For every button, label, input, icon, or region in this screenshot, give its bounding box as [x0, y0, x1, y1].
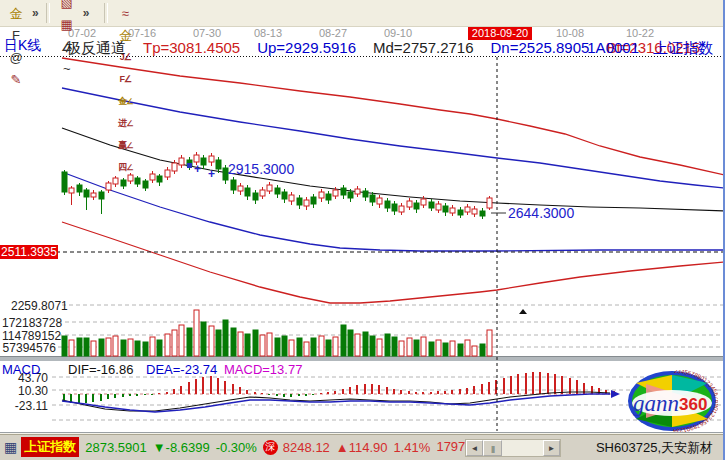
- win-angle-tool-icon: 赢∠: [118, 141, 133, 150]
- stock-chart-window: ✎╫金金F@✎ » □▨▧▦∠~ » ▤7%%%≡金金≡✎≈金J∠F∠金∠进∠赢…: [0, 0, 725, 460]
- sz-index-change-pct: 1.41%: [394, 440, 431, 455]
- jin-angle-tool-button[interactable]: 进∠: [113, 112, 137, 134]
- date-tick: 08-27: [319, 27, 347, 39]
- si-angle-tool-button[interactable]: 四∠: [113, 156, 137, 178]
- scroll-thumb[interactable]: |||: [483, 440, 502, 456]
- f-grid-tool-button[interactable]: F: [4, 24, 28, 46]
- draw-pen2-tool-button[interactable]: ✎: [4, 68, 28, 90]
- f-angle-tool-icon: F∠: [120, 75, 132, 84]
- spiral-tool-icon: @: [9, 51, 22, 64]
- symbol-name: 上证指数: [653, 39, 713, 56]
- fan-box-tool-button[interactable]: ▧: [55, 0, 79, 13]
- dea-value: DEA=-23.74: [146, 362, 217, 377]
- scroll-right-arrow[interactable]: ►: [543, 440, 560, 456]
- channel-value: Md=2757.2716: [373, 39, 474, 55]
- toolbar-group-2: □▨▧▦∠~: [54, 0, 80, 79]
- zigzag-tool-button[interactable]: ~: [55, 57, 79, 79]
- f-grid-tool-icon: F: [12, 29, 20, 42]
- symbol-code: 1A0001: [587, 39, 639, 56]
- logo-gann-text: gann: [633, 391, 679, 416]
- symbol-header: 1A0001上证指数: [573, 39, 713, 58]
- horizontal-scrollbar[interactable]: ◄ ||| ►: [465, 439, 561, 457]
- wave-tool-icon: ≈: [122, 7, 129, 20]
- toolbar-more-2[interactable]: »: [83, 6, 90, 20]
- status-bar: ▦ 上证指数 2873.5901 ▼-8.6399 -0.30% 深 8248.…: [0, 433, 723, 460]
- grid-box-tool-button[interactable]: ▦: [55, 13, 79, 35]
- angle-line-tool-icon: ∠: [61, 40, 73, 53]
- date-tick: 07-30: [193, 27, 221, 39]
- macd-indicator-label[interactable]: MACD: [2, 362, 40, 377]
- volume-scale-1: 172183728: [2, 316, 56, 330]
- j-angle-tool-button[interactable]: J∠: [113, 46, 137, 68]
- fan-box-tool-icon: ▧: [61, 0, 73, 9]
- gold-angle-tool-button[interactable]: 金∠: [113, 90, 137, 112]
- chart-canvas[interactable]: [0, 0, 725, 460]
- win-angle-tool-button[interactable]: 赢∠: [113, 134, 137, 156]
- date-tick: 09-10: [384, 27, 412, 39]
- channel-value: Tp=3081.4505: [143, 39, 240, 55]
- sh-index-price: 2873.5901: [85, 440, 146, 455]
- channel-value: Up=2929.5916: [257, 39, 356, 55]
- grid-box-tool-icon: ▦: [61, 18, 73, 31]
- toolbar-separator-2: [104, 3, 108, 23]
- price-scale-low: 2259.8071: [11, 299, 68, 313]
- gold-grid2-tool-button[interactable]: 金: [4, 2, 28, 24]
- index-name-badge[interactable]: 上证指数: [21, 437, 79, 457]
- marker-plus-2: +: [208, 167, 215, 181]
- spiral-tool-button[interactable]: @: [4, 46, 28, 68]
- j-angle-tool-icon: J∠: [120, 53, 131, 62]
- toolbar-group-1: ✎╫金金F@✎: [3, 0, 29, 90]
- marker-square: [187, 163, 192, 168]
- date-tick: 08-13: [254, 27, 282, 39]
- high-annotation: 2915.3000: [228, 161, 294, 177]
- gold2-tool-button[interactable]: 金: [113, 24, 137, 46]
- crosshair-price-badge: 2511.3935: [0, 245, 58, 259]
- sh-index-change-pct: -0.30%: [216, 440, 257, 455]
- f-angle-tool-button[interactable]: F∠: [113, 68, 137, 90]
- gann360-logo: 234567890123456789012345678901234 gann 3…: [626, 370, 718, 432]
- quote-grid-icon[interactable]: ▦: [4, 439, 17, 455]
- volume-scale-3: 57394576: [2, 341, 56, 355]
- zigzag-tool-icon: ~: [63, 62, 71, 75]
- sz-index-change: ▲114.90: [336, 440, 388, 455]
- wave-tool-button[interactable]: ≈: [113, 2, 137, 24]
- marker-plus-1: +: [194, 162, 201, 176]
- gold2-tool-icon: 金: [119, 29, 132, 42]
- drawing-toolbar: ✎╫金金F@✎ » □▨▧▦∠~ » ▤7%%%≡金金≡✎≈金J∠F∠金∠进∠赢…: [0, 0, 723, 27]
- sz-index-price: 8248.12: [283, 440, 330, 455]
- scroll-left-arrow[interactable]: ◄: [466, 440, 483, 456]
- draw-pen2-tool-icon: ✎: [11, 73, 22, 86]
- dif-value: DIF=-16.86: [68, 362, 133, 377]
- shenzhen-market-icon[interactable]: 深: [263, 440, 278, 455]
- current-symbol-label: SH603725,天安新材: [596, 439, 713, 457]
- toolbar-separator: [46, 3, 50, 23]
- logo-360-text: 360: [679, 395, 707, 414]
- macd-scale-2: 10.30: [0, 384, 48, 398]
- date-tick: 10-22: [626, 27, 654, 39]
- si-angle-tool-icon: 四∠: [118, 163, 133, 172]
- low-annotation: 2644.3000: [508, 205, 574, 221]
- macd-value: MACD=13.77: [224, 362, 302, 377]
- toolbar-more-1[interactable]: »: [32, 6, 39, 20]
- toolbar-group-3: ▤7%%%≡金金≡✎≈金J∠F∠金∠进∠赢∠四∠: [112, 0, 138, 178]
- date-tick: 10-08: [556, 27, 584, 39]
- jin-angle-tool-icon: 进∠: [118, 119, 133, 128]
- angle-line-tool-button[interactable]: ∠: [55, 35, 79, 57]
- sh-index-change: ▼-8.6399: [153, 440, 210, 455]
- macd-scale-3: -23.11: [0, 399, 48, 413]
- macd-label-row: MACD DIF=-16.86 DEA=-23.74 MACD=13.77: [0, 362, 723, 377]
- gold-grid2-tool-icon: 金: [10, 7, 23, 20]
- gold-angle-tool-icon: 金∠: [118, 97, 133, 106]
